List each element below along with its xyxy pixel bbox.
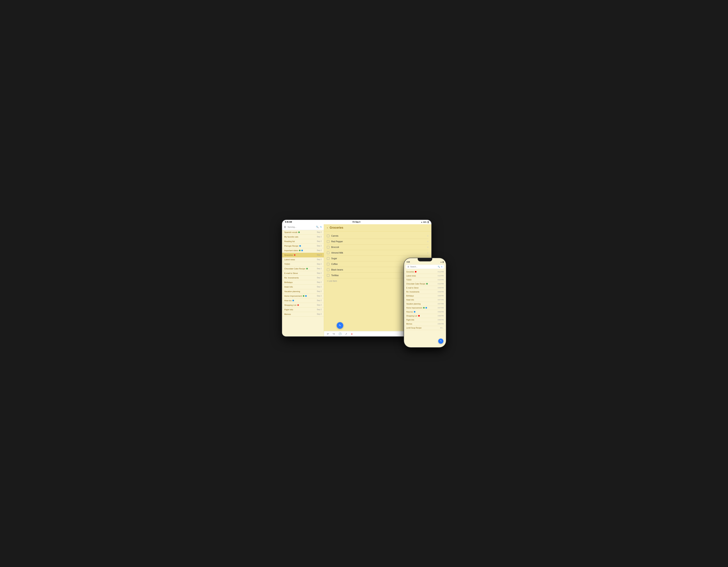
phone-sync-icon[interactable]: ↻ xyxy=(441,266,442,268)
sidebar-item-date: Sep 2 xyxy=(317,263,322,265)
phone-fab-button[interactable]: ✎ xyxy=(438,339,443,344)
checkbox[interactable] xyxy=(327,252,329,254)
tablet-date: Fri Sep 4 xyxy=(353,221,360,223)
undo-button[interactable]: ↩ xyxy=(327,332,329,335)
menu-icon[interactable]: ☰ xyxy=(284,226,286,228)
phone-list-item[interactable]: Lentil Soup Recipe3:0... xyxy=(404,326,446,330)
phone-list-item[interactable]: Birthdays3:08 PM xyxy=(404,294,446,298)
sidebar-item[interactable]: Flight InfoSep 2 xyxy=(282,307,324,312)
checkbox[interactable] xyxy=(327,263,329,265)
sidebar-item[interactable]: Chocolate Cake RecipeSep 2 xyxy=(282,266,324,271)
sidebar-item-title: Hotel Info xyxy=(284,286,293,288)
phone-list-item[interactable]: Groceries3:12 PM xyxy=(404,270,446,274)
sidebar-item-date: Sep 2 xyxy=(317,295,322,297)
drag-handle-icon[interactable]: ≡ xyxy=(427,235,428,237)
sidebar-item-title: TODO xyxy=(284,263,290,265)
sidebar-item[interactable]: GroceriesSep 2 xyxy=(282,253,324,257)
sidebar-item[interactable]: MemosSep 2 xyxy=(282,312,324,317)
phone-item-time: 3:06 PM xyxy=(438,311,444,313)
sidebar-item[interactable]: Important datesSep 2 xyxy=(282,248,324,253)
phone-item-title: Memos xyxy=(406,323,412,325)
phone-body: ☰ 🔍 ↻ Groceries3:12 PMLatest news3:10 PM… xyxy=(404,264,446,347)
sidebar-item-date: Sep 2 xyxy=(317,299,322,301)
green-dot xyxy=(298,232,300,233)
sidebar-item[interactable]: Spanish vocabSep 2 xyxy=(282,230,324,235)
phone-list-item[interactable]: Memos3:05 PM xyxy=(404,322,446,326)
checklist-text: Coffee xyxy=(331,263,338,265)
checklist-text: Almond Milk xyxy=(331,252,343,254)
phone-item-time: 3:12 PM xyxy=(438,271,444,273)
phone-list-item[interactable]: Vacation planning3:07 PM xyxy=(404,302,446,306)
search-icon[interactable]: 🔍 xyxy=(316,226,319,228)
phone-item-time: 3:07 PM xyxy=(438,307,444,309)
sidebar-item[interactable]: How-tosSep 2 xyxy=(282,298,324,303)
sidebar-item-title: Re: Investments xyxy=(284,277,299,279)
checkbox[interactable] xyxy=(327,235,329,237)
phone-item-dot-blue xyxy=(426,307,427,309)
sidebar-item-date: Sep 2 xyxy=(317,236,322,238)
phone-list-item[interactable]: Chocolate Cake Recipe3:10 PM xyxy=(404,282,446,286)
sidebar-item[interactable]: Re: InvestmentsSep 2 xyxy=(282,276,324,280)
history-button[interactable]: 🕐 xyxy=(339,332,342,335)
sidebar-item-title: Pierogie Recipe xyxy=(284,245,298,247)
phone-item-title: Groceries xyxy=(406,271,414,273)
phone-list-item[interactable]: E-mail to Steve3:09 PM xyxy=(404,286,446,290)
phone-list-item[interactable]: TODO3:10 PM xyxy=(404,278,446,282)
phone-item-title: TODO xyxy=(406,279,412,281)
checklist-text: Red Pepper xyxy=(331,240,343,243)
phone-search-icon[interactable]: 🔍 xyxy=(438,266,440,268)
sidebar-item[interactable]: TODOSep 2 xyxy=(282,262,324,266)
phone-search-input[interactable] xyxy=(410,266,437,268)
sidebar-item-date: Sep 2 xyxy=(317,231,322,233)
sidebar-icons: 🔍 ↻ xyxy=(316,226,322,228)
sidebar-item-date: Sep 2 xyxy=(317,258,322,260)
search-input[interactable] xyxy=(288,226,314,228)
check-button[interactable]: ✓ xyxy=(345,332,347,335)
sync-icon[interactable]: ↻ xyxy=(320,226,322,228)
phone-list-item[interactable]: Shopping List3:06 PM xyxy=(404,314,446,318)
drag-handle-icon[interactable]: ≡ xyxy=(427,246,428,248)
sidebar-item-title: Latest news xyxy=(284,258,295,261)
sidebar-item-date: Sep 2 xyxy=(317,304,322,306)
drag-handle-icon[interactable]: ≡ xyxy=(427,252,428,254)
checkbox[interactable] xyxy=(327,257,329,260)
sidebar-item[interactable]: Reading listSep 2 xyxy=(282,239,324,244)
sidebar-item-title: Important dates xyxy=(284,249,298,252)
back-button[interactable]: ‹ xyxy=(327,226,328,229)
checklist-text: Sugar xyxy=(331,257,337,260)
sidebar-item[interactable]: My favorite catsSep 2 xyxy=(282,235,324,239)
sidebar-item[interactable]: Pierogie RecipeSep 2 xyxy=(282,244,324,248)
sidebar-item-date: Sep 2 xyxy=(317,286,322,288)
sidebar-item[interactable]: Shopping ListSep 2 xyxy=(282,303,324,307)
checkbox[interactable] xyxy=(327,268,329,271)
phone-item-time: 3:0... xyxy=(440,327,444,329)
phone-list-item[interactable]: Flight Info3:06 PM xyxy=(404,318,446,322)
sidebar-item[interactable]: Vacation planningSep 2 xyxy=(282,289,324,294)
checkbox[interactable] xyxy=(327,246,329,248)
sidebar-item[interactable]: Hotel InfoSep 2 xyxy=(282,285,324,289)
battery-icon: ▐ xyxy=(427,221,428,223)
phone-notch xyxy=(418,258,432,261)
checkbox[interactable] xyxy=(327,240,329,243)
phone-list-item[interactable]: Re: Investments3:09 PM xyxy=(404,290,446,294)
phone-list-item[interactable]: Home Improvement3:07 PM xyxy=(404,306,446,310)
phone-item-title: Shopping List xyxy=(406,315,417,317)
red-dot xyxy=(297,304,299,306)
phone-list-item[interactable]: Hotel Info3:07 PM xyxy=(404,298,446,302)
tablet-status-right: ▲ 62% ▐ xyxy=(421,221,428,223)
fab-button[interactable]: ✎ xyxy=(337,322,343,329)
color-button[interactable]: ● xyxy=(351,332,353,335)
redo-button[interactable]: ↪ xyxy=(333,332,335,335)
sidebar-item[interactable]: Home ImprovementSep 2 xyxy=(282,294,324,298)
phone-item-title: Home Improvement xyxy=(406,307,422,309)
sidebar-item[interactable]: Latest newsSep 2 xyxy=(282,257,324,262)
phone-item-dot xyxy=(423,307,425,309)
phone-list-item[interactable]: How-tos3:06 PM xyxy=(404,310,446,314)
sidebar-item[interactable]: E-mail to SteveSep 2 xyxy=(282,271,324,276)
phone-menu-icon[interactable]: ☰ xyxy=(407,266,409,268)
green-dot xyxy=(303,295,304,297)
drag-handle-icon[interactable]: ≡ xyxy=(427,240,428,243)
phone-list-item[interactable]: Latest news3:10 PM xyxy=(404,274,446,278)
sidebar-item[interactable]: BirthdaysSep 2 xyxy=(282,280,324,285)
checkbox[interactable] xyxy=(327,274,329,277)
